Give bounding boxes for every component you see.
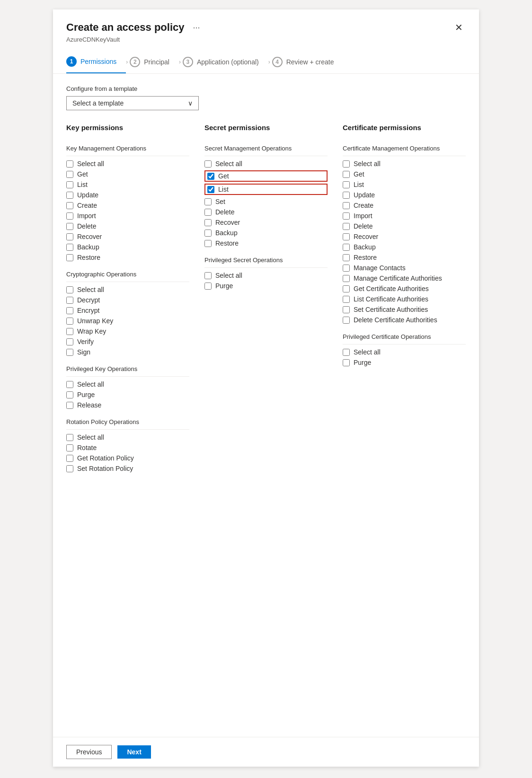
privsecret-purge-checkbox[interactable] bbox=[204, 283, 212, 290]
cert-select-all-checkbox[interactable] bbox=[343, 160, 350, 168]
secret-mgmt-ops-header: Secret Management Operations bbox=[204, 145, 328, 152]
privsecret-select-all-label: Select all bbox=[215, 272, 242, 279]
template-dropdown[interactable]: Select a template ∨ bbox=[66, 96, 199, 110]
key-create-checkbox[interactable] bbox=[66, 202, 73, 209]
cert-delete-ca: Delete Certificate Authorities bbox=[343, 316, 466, 324]
crypto-encrypt: Encrypt bbox=[66, 307, 189, 314]
privkey-select-all: Select all bbox=[66, 380, 189, 388]
secret-select-all: Select all bbox=[204, 160, 328, 168]
secret-recover-checkbox[interactable] bbox=[204, 219, 212, 226]
privkey-select-all-checkbox[interactable] bbox=[66, 381, 73, 388]
configure-label: Configure from a template bbox=[66, 85, 466, 92]
cert-list-ca-checkbox[interactable] bbox=[343, 296, 350, 303]
key-select-all-checkbox[interactable] bbox=[66, 160, 73, 168]
cert-manage-ca-checkbox[interactable] bbox=[343, 275, 350, 282]
cert-mgmt-divider bbox=[343, 156, 466, 156]
cert-list-ca-label: List Certificate Authorities bbox=[354, 295, 428, 303]
crypto-sign-checkbox[interactable] bbox=[66, 349, 73, 356]
privkey-purge-checkbox[interactable] bbox=[66, 391, 73, 398]
crypto-decrypt-checkbox[interactable] bbox=[66, 297, 73, 304]
privkey-purge-label: Purge bbox=[77, 391, 95, 398]
panel-header: Create an access policy ··· ✕ AzureCDNKe… bbox=[53, 9, 479, 74]
crypto-encrypt-label: Encrypt bbox=[77, 307, 99, 314]
secret-restore-checkbox[interactable] bbox=[204, 240, 212, 247]
priv-cert-divider bbox=[343, 344, 466, 345]
crypto-wrapkey: Wrap Key bbox=[66, 327, 189, 335]
cert-import-checkbox[interactable] bbox=[343, 212, 350, 220]
rotation-select-all-checkbox[interactable] bbox=[66, 434, 73, 441]
cert-restore: Restore bbox=[343, 254, 466, 261]
key-import-checkbox[interactable] bbox=[66, 212, 73, 220]
key-get-checkbox[interactable] bbox=[66, 171, 73, 178]
secret-select-all-checkbox[interactable] bbox=[204, 160, 212, 168]
previous-button[interactable]: Previous bbox=[66, 745, 112, 759]
cert-delete-ca-checkbox[interactable] bbox=[343, 317, 350, 324]
secret-get-checkbox[interactable] bbox=[207, 173, 214, 180]
cert-set-ca-checkbox[interactable] bbox=[343, 306, 350, 313]
rotation-rotate-checkbox[interactable] bbox=[66, 444, 73, 451]
cert-delete-checkbox[interactable] bbox=[343, 223, 350, 230]
secret-set-checkbox[interactable] bbox=[204, 198, 212, 205]
key-list-checkbox[interactable] bbox=[66, 181, 73, 188]
privkey-release-checkbox[interactable] bbox=[66, 402, 73, 409]
key-get: Get bbox=[66, 170, 189, 178]
cert-backup: Backup bbox=[343, 243, 466, 251]
cert-update-checkbox[interactable] bbox=[343, 192, 350, 199]
secret-list-highlighted-wrapper: List bbox=[204, 184, 328, 195]
ellipsis-button[interactable]: ··· bbox=[190, 22, 203, 34]
privcert-select-all-checkbox[interactable] bbox=[343, 349, 350, 356]
secret-list-checkbox[interactable] bbox=[207, 186, 214, 193]
cert-backup-checkbox[interactable] bbox=[343, 244, 350, 251]
key-permissions-title: Key permissions bbox=[66, 124, 189, 135]
secret-backup-checkbox[interactable] bbox=[204, 230, 212, 237]
rotation-get-policy: Get Rotation Policy bbox=[66, 454, 189, 462]
cert-list-ca: List Certificate Authorities bbox=[343, 295, 466, 303]
cert-manage-contacts-checkbox[interactable] bbox=[343, 265, 350, 272]
privsecret-select-all-checkbox[interactable] bbox=[204, 272, 212, 279]
create-access-policy-panel: Create an access policy ··· ✕ AzureCDNKe… bbox=[53, 9, 479, 767]
cert-permissions-title: Certificate permissions bbox=[343, 124, 466, 135]
crypto-unwrapkey: Unwrap Key bbox=[66, 317, 189, 325]
crypto-encrypt-checkbox[interactable] bbox=[66, 307, 73, 314]
key-backup-label: Backup bbox=[77, 243, 99, 251]
crypto-select-all-checkbox[interactable] bbox=[66, 286, 73, 293]
crypto-wrapkey-checkbox[interactable] bbox=[66, 328, 73, 335]
key-update-checkbox[interactable] bbox=[66, 192, 73, 199]
secret-delete-checkbox[interactable] bbox=[204, 209, 212, 216]
key-select-all-label: Select all bbox=[77, 160, 104, 168]
crypto-verify-checkbox[interactable] bbox=[66, 338, 73, 345]
key-restore-checkbox[interactable] bbox=[66, 254, 73, 261]
rotation-set-policy-checkbox[interactable] bbox=[66, 465, 73, 472]
permissions-grid: Key permissions Key Management Operation… bbox=[66, 124, 466, 475]
key-mgmt-ops-header: Key Management Operations bbox=[66, 145, 189, 152]
step-label-permissions: Permissions bbox=[80, 58, 116, 65]
privkey-release: Release bbox=[66, 401, 189, 409]
step-permissions[interactable]: 1 Permissions bbox=[66, 51, 126, 73]
cert-restore-checkbox[interactable] bbox=[343, 254, 350, 261]
stepper: 1 Permissions › 2 Principal › 3 Applicat… bbox=[66, 51, 466, 73]
step-sep-3: › bbox=[268, 59, 272, 65]
cert-get-ca: Get Certificate Authorities bbox=[343, 285, 466, 292]
step-application[interactable]: 3 Application (optional) bbox=[183, 51, 268, 73]
privcert-purge-checkbox[interactable] bbox=[343, 359, 350, 366]
cert-list-checkbox[interactable] bbox=[343, 181, 350, 188]
rotation-get-policy-checkbox[interactable] bbox=[66, 455, 73, 462]
cert-create-checkbox[interactable] bbox=[343, 202, 350, 209]
step-principal[interactable]: 2 Principal bbox=[130, 51, 179, 73]
cert-get-checkbox[interactable] bbox=[343, 171, 350, 178]
step-review[interactable]: 4 Review + create bbox=[272, 51, 344, 73]
rotation-rotate-label: Rotate bbox=[77, 444, 97, 451]
secret-get-label: Get bbox=[218, 172, 229, 180]
key-recover-checkbox[interactable] bbox=[66, 233, 73, 240]
close-button[interactable]: ✕ bbox=[452, 21, 466, 34]
key-backup-checkbox[interactable] bbox=[66, 244, 73, 251]
crypto-decrypt: Decrypt bbox=[66, 296, 189, 304]
key-update-label: Update bbox=[77, 191, 98, 199]
title-group: Create an access policy ··· bbox=[66, 21, 203, 34]
cert-mgmt-ops-header: Certificate Management Operations bbox=[343, 145, 466, 152]
cert-get-ca-checkbox[interactable] bbox=[343, 285, 350, 292]
key-delete-checkbox[interactable] bbox=[66, 223, 73, 230]
cert-recover-checkbox[interactable] bbox=[343, 233, 350, 240]
next-button[interactable]: Next bbox=[117, 745, 151, 759]
crypto-unwrapkey-checkbox[interactable] bbox=[66, 318, 73, 325]
